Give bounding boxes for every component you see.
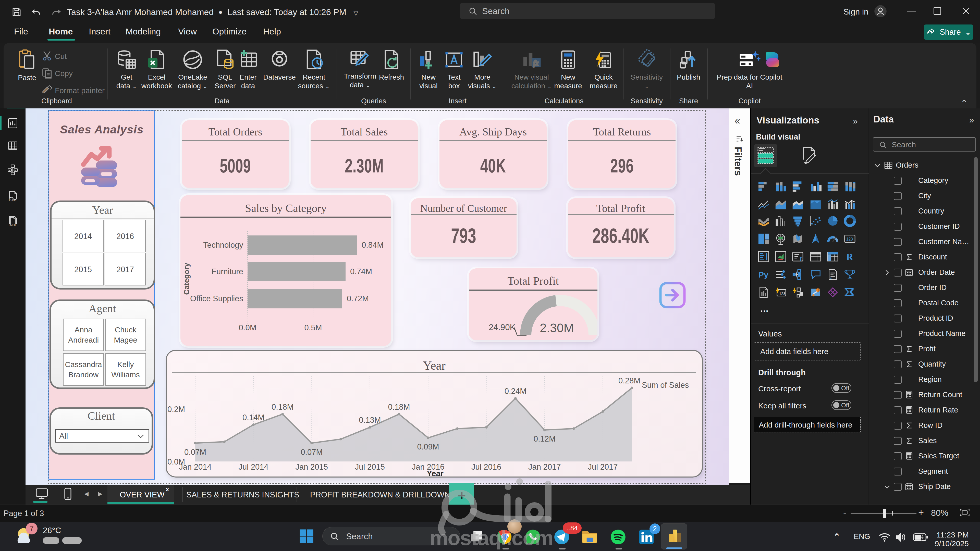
svg-text:Jan 2017: Jan 2017 [528,462,561,472]
svg-text:0.72M: 0.72M [347,294,369,303]
svg-text:Jul 2017: Jul 2017 [588,462,617,472]
svg-text:0.24M: 0.24M [504,387,527,395]
svg-text:mostaql.com: mostaql.com [430,526,553,549]
svg-text:DAX: DAX [9,198,16,202]
svg-text:123: 123 [846,237,853,241]
svg-text:0.18M: 0.18M [388,403,410,411]
svg-text:0.2M: 0.2M [167,405,185,414]
svg-text:0.28M: 0.28M [618,376,640,385]
svg-text:Furniture: Furniture [212,267,243,276]
svg-text:R: R [846,252,853,262]
svg-text:Office Supplies: Office Supplies [190,294,243,303]
svg-text:0.84M: 0.84M [362,241,383,249]
svg-text:0.13M: 0.13M [359,416,381,424]
svg-text:Jul 2014: Jul 2014 [239,462,268,472]
svg-text:0.07M: 0.07M [184,448,206,457]
svg-text:Jan 2015: Jan 2015 [296,462,328,472]
svg-text:0.5M: 0.5M [304,323,322,332]
svg-text:123: 123 [779,292,785,295]
svg-text:0.18M: 0.18M [272,403,293,411]
svg-text:Py: Py [759,270,768,279]
svg-text:0.09M: 0.09M [417,442,439,451]
svg-text:Category: Category [183,263,191,295]
svg-text:Jul 2016: Jul 2016 [471,462,501,472]
svg-text:0.74M: 0.74M [350,267,372,276]
svg-text:0.14M: 0.14M [242,413,264,422]
svg-text:0.0M: 0.0M [239,323,256,332]
svg-text:Jul 2015: Jul 2015 [355,462,385,472]
svg-text:0.07M: 0.07M [301,448,323,457]
svg-text:Sum of Sales: Sum of Sales [642,381,689,389]
svg-text:Jan 2014: Jan 2014 [179,462,212,472]
svg-text:0.12M: 0.12M [534,434,555,443]
svg-text:fx: fx [533,59,538,67]
svg-text:TMDL: TMDL [8,224,17,227]
svg-text:Technology: Technology [203,241,243,249]
